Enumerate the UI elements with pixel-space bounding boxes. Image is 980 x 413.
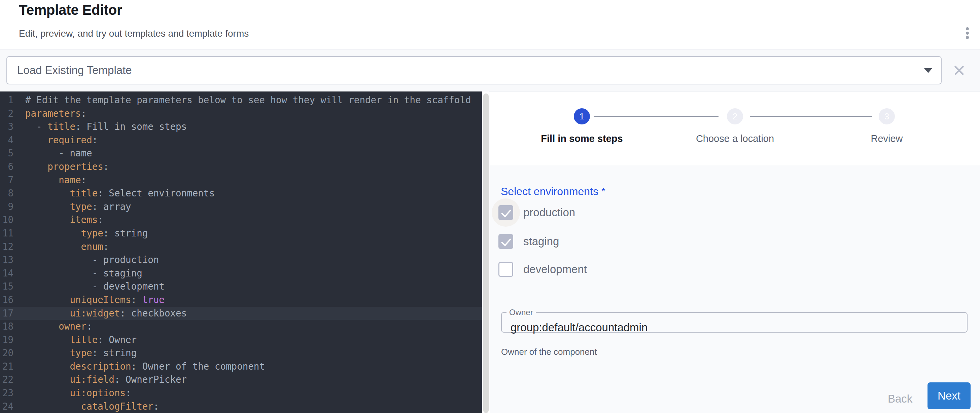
code-line[interactable]: 9 type: array: [0, 200, 482, 214]
back-button[interactable]: Back: [886, 390, 914, 408]
step-2-circle: 2: [727, 108, 743, 124]
wizard-stepper: 1 2 3 Fill in some steps Choose a locati…: [488, 92, 980, 165]
owner-field-value[interactable]: group:default/accountadmin: [511, 321, 648, 334]
code-text: title: Owner: [25, 334, 137, 345]
code-text: - title: Fill in some steps: [25, 121, 187, 132]
code-text: type: array: [25, 201, 131, 212]
load-template-select[interactable]: Load Existing Template: [6, 56, 942, 84]
code-line[interactable]: 15 - development: [0, 280, 482, 293]
code-line[interactable]: 24 catalogFilter:: [0, 400, 482, 413]
step-connector: [593, 116, 719, 117]
more-options-button[interactable]: [950, 14, 967, 33]
code-line[interactable]: 19 title: Owner: [0, 333, 482, 347]
code-line[interactable]: 17 ui:widget: checkboxes: [0, 307, 482, 320]
code-text: ui:field: OwnerPicker: [25, 374, 187, 385]
wizard-form: Select environments * production staging…: [490, 165, 980, 413]
line-number: 23: [0, 386, 13, 400]
checkbox-label[interactable]: staging: [523, 235, 559, 248]
line-number: 5: [0, 147, 13, 160]
code-text: - development: [25, 281, 165, 292]
next-button[interactable]: Next: [928, 383, 970, 409]
line-number: 14: [0, 267, 13, 280]
code-line[interactable]: 2parameters:: [0, 107, 482, 121]
line-number: 1: [0, 94, 13, 107]
line-number: 17: [0, 307, 13, 320]
code-line[interactable]: 10 items:: [0, 213, 482, 227]
code-text: ui:widget: checkboxes: [25, 308, 187, 318]
code-line[interactable]: 8 title: Select environments: [0, 187, 482, 200]
checkmark-icon: [501, 207, 511, 217]
code-text: enum:: [25, 241, 109, 252]
code-text: name:: [25, 175, 86, 185]
code-line[interactable]: 11 type: string: [0, 227, 482, 240]
step-2-label: Choose a location: [678, 133, 792, 144]
step-3-label: Review: [830, 133, 944, 144]
line-number: 11: [0, 227, 13, 240]
code-line[interactable]: 12 enum:: [0, 240, 482, 254]
line-number: 4: [0, 133, 13, 147]
code-text: # Edit the template parameters below to …: [25, 95, 471, 105]
code-line[interactable]: 6 properties:: [0, 160, 482, 173]
checkbox-label[interactable]: development: [523, 263, 587, 276]
page-title: Template Editor: [19, 2, 122, 18]
checkbox-row-staging[interactable]: staging: [493, 229, 559, 254]
step-1-circle: 1: [574, 108, 590, 124]
code-line[interactable]: 3 - title: Fill in some steps: [0, 120, 482, 133]
line-number: 2: [0, 107, 13, 121]
code-text: title: Select environments: [25, 187, 215, 199]
code-text: uniqueItems: true: [25, 294, 165, 305]
code-text: items:: [25, 214, 103, 225]
code-text: owner:: [25, 321, 92, 332]
editor-scrollbar[interactable]: [483, 94, 488, 413]
line-number: 15: [0, 280, 13, 293]
page-header: Template Editor Edit, preview, and try o…: [0, 0, 980, 49]
required-asterisk: *: [598, 185, 605, 197]
development-checkbox[interactable]: [498, 262, 513, 277]
environments-label: Select environments *: [501, 185, 605, 198]
staging-checkbox[interactable]: [498, 234, 513, 249]
code-text: type: string: [25, 228, 148, 238]
template-editor-page: Template Editor Edit, preview, and try o…: [0, 0, 980, 413]
code-text: required:: [25, 135, 98, 145]
code-line[interactable]: 22 ui:field: OwnerPicker: [0, 373, 482, 386]
load-template-placeholder: Load Existing Template: [17, 57, 132, 84]
code-text: description: Owner of the component: [25, 361, 265, 372]
code-line[interactable]: 13 - production: [0, 253, 482, 267]
code-line[interactable]: 4 required:: [0, 133, 482, 147]
toolbar: Load Existing Template: [0, 49, 980, 92]
code-editor[interactable]: 1# Edit the template parameters below to…: [0, 92, 482, 413]
owner-helper-text: Owner of the component: [501, 347, 597, 357]
code-text: catalogFilter:: [25, 401, 159, 411]
code-text: - production: [25, 254, 159, 265]
step-3-circle: 3: [879, 108, 895, 124]
checkbox-label[interactable]: production: [523, 206, 575, 219]
code-line[interactable]: 1# Edit the template parameters below to…: [0, 94, 482, 107]
owner-field[interactable]: Owner group:default/accountadmin: [501, 308, 967, 333]
code-line[interactable]: 16 uniqueItems: true: [0, 293, 482, 307]
page-subtitle: Edit, preview, and try out templates and…: [19, 28, 249, 39]
line-number: 24: [0, 400, 13, 413]
code-line[interactable]: 5 - name: [0, 147, 482, 160]
line-number: 3: [0, 120, 13, 133]
line-number: 10: [0, 213, 13, 227]
code-line[interactable]: 20 type: string: [0, 346, 482, 360]
code-line[interactable]: 14 - staging: [0, 267, 482, 280]
checkbox-row-development[interactable]: development: [493, 257, 587, 282]
close-icon: [952, 62, 966, 79]
step-connector: [750, 116, 872, 117]
line-number: 8: [0, 187, 13, 200]
production-checkbox[interactable]: [498, 205, 513, 220]
line-number: 19: [0, 333, 13, 347]
clear-template-button[interactable]: [950, 62, 968, 79]
line-number: 6: [0, 160, 13, 173]
code-line[interactable]: 23 ui:options:: [0, 386, 482, 400]
line-number: 9: [0, 200, 13, 214]
owner-field-label: Owner: [506, 308, 536, 317]
line-number: 7: [0, 173, 13, 187]
code-line[interactable]: 18 owner:: [0, 320, 482, 333]
code-text: type: string: [25, 348, 137, 358]
editor-lines: 1# Edit the template parameters below to…: [0, 94, 482, 413]
checkbox-row-production[interactable]: production: [493, 200, 575, 226]
code-line[interactable]: 21 description: Owner of the component: [0, 360, 482, 373]
code-line[interactable]: 7 name:: [0, 173, 482, 187]
